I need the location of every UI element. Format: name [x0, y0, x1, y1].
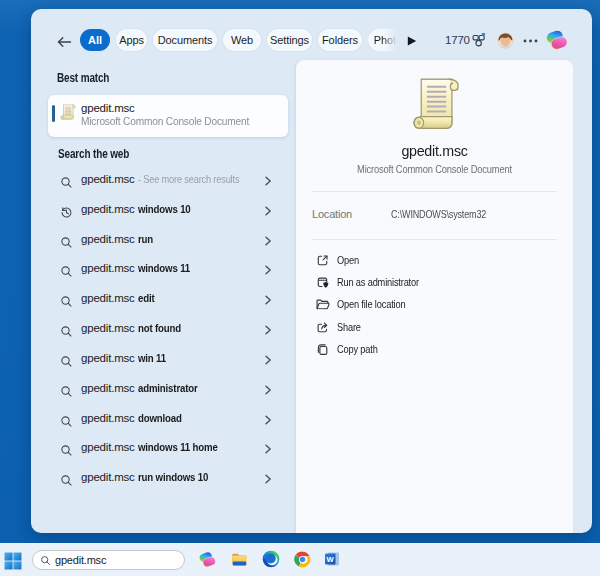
svg-text:W: W [327, 555, 335, 564]
